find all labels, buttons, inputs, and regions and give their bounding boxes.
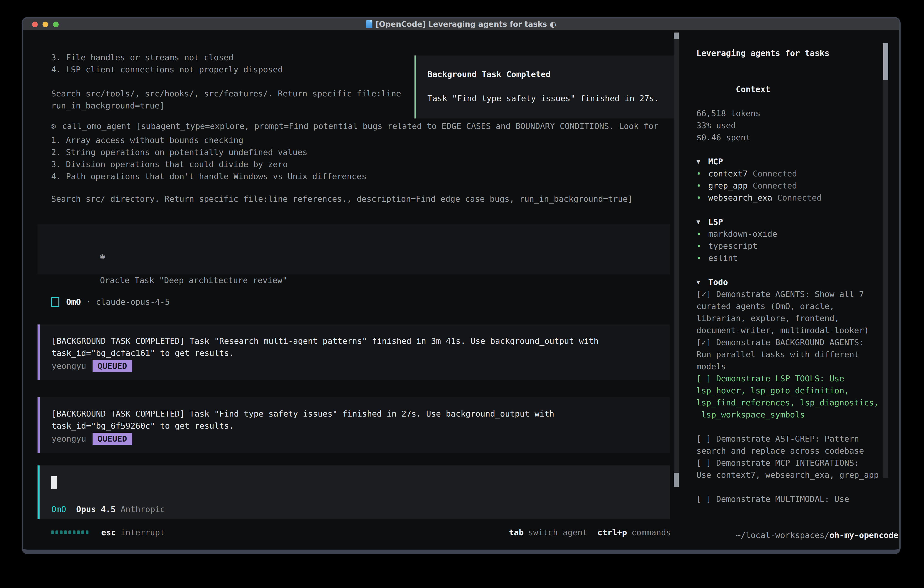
notification-title: Background Task Completed [427, 68, 675, 80]
task-message-line1: [BACKGROUND TASK COMPLETED] Task "Resear… [52, 335, 670, 347]
chevron-down-icon: ▼ [696, 216, 708, 228]
mcp-item-name: grep_app [708, 180, 747, 192]
queued-badge: QUEUED [92, 360, 132, 372]
context-used: 33% used [696, 119, 899, 131]
chevron-down-icon: ▼ [696, 276, 708, 288]
input-provider-label: Anthropic [120, 503, 165, 515]
document-icon [366, 20, 373, 28]
todo-heading: Todo [708, 276, 728, 288]
lsp-item: • eslint [696, 252, 899, 264]
oracle-task-panel: ◉ Oracle Task "Deep architecture review"… [38, 224, 670, 274]
app-window: [OpenCode] Leveraging agents for tasks ◐… [21, 17, 901, 554]
status-dot-icon: • [696, 192, 708, 204]
sidebar-scrollbar[interactable] [883, 43, 888, 478]
todo-item-pending: [ ] Demonstrate MCP INTEGRATIONS: Use co… [696, 457, 899, 481]
notification-body: Task "Find type safety issues" finished … [427, 92, 675, 104]
tool-call-tail: Search src/ directory. Return specific f… [51, 193, 633, 205]
agent-name: OmO [66, 296, 81, 308]
status-dot-icon: • [696, 228, 708, 240]
sidebar-scrollbar-thumb[interactable] [883, 43, 888, 80]
context-spent: $0.46 spent [696, 131, 899, 144]
todo-item-done: [✓] Demonstrate AGENTS: Show all 7 curat… [696, 288, 899, 336]
mcp-item: • websearch_exa Connected [696, 192, 899, 204]
lsp-heading: LSP [708, 216, 723, 228]
tool-call-text: call_omo_agent [subagent_type=explore, p… [62, 120, 658, 132]
status-bar: esc interrupt tab switch agent ctrl+p co… [51, 526, 671, 538]
main-scrollbar-thumb[interactable] [674, 473, 679, 487]
agent-header: OmO · claude-opus-4-5 [51, 296, 170, 308]
agent-separator: · [86, 296, 91, 308]
titlebar: [OpenCode] Leveraging agents for tasks ◐ [23, 18, 899, 30]
lsp-item-name: eslint [708, 252, 738, 264]
lsp-item: • markdown-oxide [696, 228, 899, 240]
esc-key-label: interrupt [120, 526, 165, 538]
oracle-task-title: Oracle Task "Deep architecture review" [100, 276, 287, 285]
prompt-input[interactable]: OmO Opus 4.5 Anthropic [38, 466, 670, 519]
minimize-button[interactable] [43, 21, 48, 27]
todo-section-toggle[interactable]: ▼ Todo [696, 276, 899, 288]
lsp-section-toggle[interactable]: ▼ LSP [696, 216, 899, 228]
queued-badge: QUEUED [92, 433, 132, 445]
zoom-button[interactable] [53, 21, 59, 27]
task-author: yeongyu [52, 360, 86, 372]
main-scrollbar-thumb-top[interactable] [674, 33, 679, 39]
workspace-path: ~/local-workspaces/oh-my-opencode: maste… [696, 517, 899, 554]
ctrlp-key-hint: ctrl+p [597, 526, 627, 538]
mcp-heading: MCP [708, 155, 723, 168]
status-dot-icon: • [696, 252, 708, 264]
tool-call-line: ⚙ call_omo_agent [subagent_type=explore,… [51, 120, 658, 132]
input-agent-label: OmO [51, 503, 66, 515]
ctrlp-key-label: commands [632, 526, 671, 538]
context-heading: Context [696, 71, 899, 107]
main-scrollbar[interactable] [674, 33, 679, 487]
lsp-item-name: typescript [708, 240, 757, 252]
gear-icon: ⚙ [51, 120, 62, 132]
mcp-item-status: Connected [752, 180, 797, 192]
traffic-lights [32, 21, 59, 27]
lsp-item: • typescript [696, 240, 899, 252]
workspace-path-prefix: ~/local-workspaces/ [736, 530, 830, 540]
close-button[interactable] [32, 21, 38, 27]
mcp-item: • context7 Connected [696, 168, 899, 180]
sidebar: Leveraging agents for tasks Context 66,5… [680, 31, 899, 550]
tab-key-label: switch agent [528, 526, 587, 538]
terminal-content: 3. File handles or streams not closed 4.… [23, 31, 899, 550]
notification-toast: Background Task Completed Task "Find typ… [414, 56, 676, 119]
mcp-item-status: Connected [752, 168, 797, 180]
task-author: yeongyu [52, 433, 86, 445]
mcp-item-name: context7 [708, 168, 747, 180]
terminal-main-pane: 3. File handles or streams not closed 4.… [23, 31, 680, 550]
tool-call-items: 1. Array access without bounds checking … [51, 134, 366, 182]
task-message-line2: task_id="bg_dcfac161" to get results. [52, 347, 670, 359]
chevron-down-icon: ▼ [696, 155, 708, 168]
tab-key-hint: tab [509, 526, 524, 538]
status-dot-icon: • [696, 240, 708, 252]
task-message-line2: task_id="bg_6f59260c" to get results. [52, 420, 670, 432]
agent-icon [51, 297, 59, 307]
todo-item-pending: [ ] Demonstrate AST-GREP: Pattern search… [696, 433, 899, 457]
mcp-item-name: websearch_exa [708, 192, 772, 204]
workspace-repo: oh-my-opencode: [830, 530, 901, 540]
input-model-label: Opus 4.5 [76, 503, 116, 515]
text-cursor [51, 476, 57, 489]
spinner-dots [51, 530, 88, 534]
task-message-line1: [BACKGROUND TASK COMPLETED] Task "Find t… [52, 408, 670, 420]
mcp-item-status: Connected [777, 192, 822, 204]
lsp-item-name: markdown-oxide [708, 228, 777, 240]
todo-item-done: [✓] Demonstrate BACKGROUND AGENTS: Run p… [696, 336, 899, 372]
session-title: Leveraging agents for tasks [696, 47, 899, 59]
agent-model: claude-opus-4-5 [96, 296, 170, 308]
task-message: [BACKGROUND TASK COMPLETED] Task "Resear… [38, 324, 670, 380]
window-title: [OpenCode] Leveraging agents for tasks ◐ [376, 20, 556, 29]
status-dot-icon: • [696, 168, 708, 180]
record-icon: ◉ [100, 251, 105, 261]
terminal-output-top: 3. File handles or streams not closed 4.… [51, 51, 401, 112]
task-message: [BACKGROUND TASK COMPLETED] Task "Find t… [38, 397, 670, 453]
mcp-section-toggle[interactable]: ▼ MCP [696, 155, 899, 168]
mcp-item: • grep_app Connected [696, 180, 899, 192]
todo-item-pending: [ ] Demonstrate MULTIMODAL: Use [696, 493, 899, 505]
status-dot-icon: • [696, 180, 708, 192]
todo-item-active: [ ] Demonstrate LSP TOOLS: Use lsp_hover… [696, 372, 899, 421]
context-tokens: 66,518 tokens [696, 107, 899, 119]
esc-key-hint: esc [101, 526, 116, 538]
